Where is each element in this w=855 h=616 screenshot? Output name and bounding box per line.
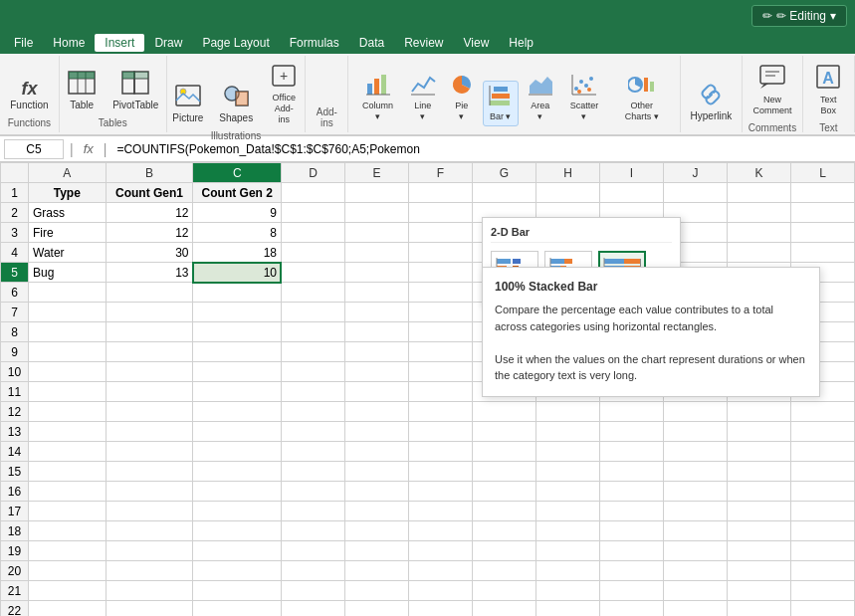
cell-I1[interactable] xyxy=(599,183,663,203)
cell-B10[interactable] xyxy=(106,362,193,382)
row-header-3[interactable]: 3 xyxy=(1,223,29,243)
cell-A19[interactable] xyxy=(29,541,107,561)
cell-A11[interactable] xyxy=(29,382,107,402)
row-header-10[interactable]: 10 xyxy=(1,362,29,382)
cell-C2[interactable]: 9 xyxy=(193,203,282,223)
cell-K3[interactable] xyxy=(727,223,790,243)
col-header-K[interactable]: K xyxy=(727,163,790,183)
cell-C4[interactable]: 18 xyxy=(193,243,282,263)
cell-E16[interactable] xyxy=(344,482,408,502)
cell-E10[interactable] xyxy=(344,362,408,382)
cell-D1[interactable] xyxy=(281,183,344,203)
cell-A16[interactable] xyxy=(29,482,107,502)
cell-reference-input[interactable] xyxy=(4,139,64,159)
cell-F9[interactable] xyxy=(408,342,472,362)
cell-G12[interactable] xyxy=(472,402,535,422)
cell-A9[interactable] xyxy=(29,342,107,362)
menu-draw[interactable]: Draw xyxy=(144,34,192,52)
cell-K15[interactable] xyxy=(727,462,790,482)
cell-F21[interactable] xyxy=(408,581,472,601)
cell-E22[interactable] xyxy=(344,601,408,617)
other-charts-button[interactable]: Other Charts ▾ xyxy=(610,70,673,126)
row-header-5[interactable]: 5 xyxy=(1,263,29,283)
cell-F14[interactable] xyxy=(408,442,472,462)
cell-H14[interactable] xyxy=(535,442,599,462)
column-chart-button[interactable]: Column ▾ xyxy=(354,70,400,126)
cell-D7[interactable] xyxy=(281,303,344,322)
cell-H16[interactable] xyxy=(535,482,599,502)
cell-D21[interactable] xyxy=(281,581,344,601)
row-header-19[interactable]: 19 xyxy=(1,541,29,561)
cell-C12[interactable] xyxy=(193,402,282,422)
cell-G1[interactable] xyxy=(472,183,535,203)
cell-D11[interactable] xyxy=(281,382,344,402)
cell-B17[interactable] xyxy=(106,502,193,521)
cell-G16[interactable] xyxy=(472,482,535,502)
cell-I14[interactable] xyxy=(599,442,663,462)
row-header-12[interactable]: 12 xyxy=(1,402,29,422)
cell-B2[interactable]: 12 xyxy=(106,203,193,223)
cell-H20[interactable] xyxy=(535,561,599,581)
cell-H19[interactable] xyxy=(535,541,599,561)
cell-A5[interactable]: Bug xyxy=(29,263,107,283)
pie-chart-button[interactable]: Pie ▾ xyxy=(445,70,479,126)
cell-A8[interactable] xyxy=(29,322,107,342)
row-header-13[interactable]: 13 xyxy=(1,422,29,442)
cell-E3[interactable] xyxy=(344,223,408,243)
cell-E13[interactable] xyxy=(344,422,408,442)
cell-C9[interactable] xyxy=(193,342,282,362)
cell-B6[interactable] xyxy=(106,283,193,303)
cell-J18[interactable] xyxy=(663,521,727,541)
cell-F8[interactable] xyxy=(408,322,472,342)
cell-C13[interactable] xyxy=(193,422,282,442)
cell-E2[interactable] xyxy=(344,203,408,223)
cell-G13[interactable] xyxy=(472,422,535,442)
cell-I16[interactable] xyxy=(599,482,663,502)
cell-C20[interactable] xyxy=(193,561,282,581)
col-header-L[interactable]: L xyxy=(790,163,854,183)
cell-D4[interactable] xyxy=(281,243,344,263)
cell-L12[interactable] xyxy=(790,402,854,422)
cell-H13[interactable] xyxy=(535,422,599,442)
cell-F15[interactable] xyxy=(408,462,472,482)
col-header-H[interactable]: H xyxy=(535,163,599,183)
cell-B12[interactable] xyxy=(106,402,193,422)
cell-C10[interactable] xyxy=(193,362,282,382)
cell-D17[interactable] xyxy=(281,502,344,521)
cell-B8[interactable] xyxy=(106,322,193,342)
cell-F20[interactable] xyxy=(408,561,472,581)
cell-I12[interactable] xyxy=(599,402,663,422)
cell-B9[interactable] xyxy=(106,342,193,362)
cell-D19[interactable] xyxy=(281,541,344,561)
cell-B19[interactable] xyxy=(106,541,193,561)
cell-H22[interactable] xyxy=(535,601,599,617)
cell-E12[interactable] xyxy=(344,402,408,422)
cell-L19[interactable] xyxy=(790,541,854,561)
cell-E9[interactable] xyxy=(344,342,408,362)
row-header-14[interactable]: 14 xyxy=(1,442,29,462)
line-chart-button[interactable]: Line ▾ xyxy=(405,70,441,126)
hyperlink-button[interactable]: Hyperlink xyxy=(684,80,740,126)
cell-J19[interactable] xyxy=(663,541,727,561)
cell-D6[interactable] xyxy=(281,283,344,303)
cell-D2[interactable] xyxy=(281,203,344,223)
cell-K17[interactable] xyxy=(727,502,790,521)
cell-L17[interactable] xyxy=(790,502,854,521)
cell-J20[interactable] xyxy=(663,561,727,581)
cell-E15[interactable] xyxy=(344,462,408,482)
cell-A4[interactable]: Water xyxy=(29,243,107,263)
cell-E14[interactable] xyxy=(344,442,408,462)
cell-F5[interactable] xyxy=(408,263,472,283)
cell-B21[interactable] xyxy=(106,581,193,601)
cell-B4[interactable]: 30 xyxy=(106,243,193,263)
row-header-17[interactable]: 17 xyxy=(1,502,29,521)
editing-button[interactable]: ✏ ✏ Editing ▾ xyxy=(751,5,847,27)
cell-A15[interactable] xyxy=(29,462,107,482)
cell-C6[interactable] xyxy=(193,283,282,303)
cell-C18[interactable] xyxy=(193,521,282,541)
cell-A21[interactable] xyxy=(29,581,107,601)
office-addins-button[interactable]: + OfficeAdd-ins xyxy=(262,60,306,128)
cell-L15[interactable] xyxy=(790,462,854,482)
cell-L21[interactable] xyxy=(790,581,854,601)
cell-L13[interactable] xyxy=(790,422,854,442)
